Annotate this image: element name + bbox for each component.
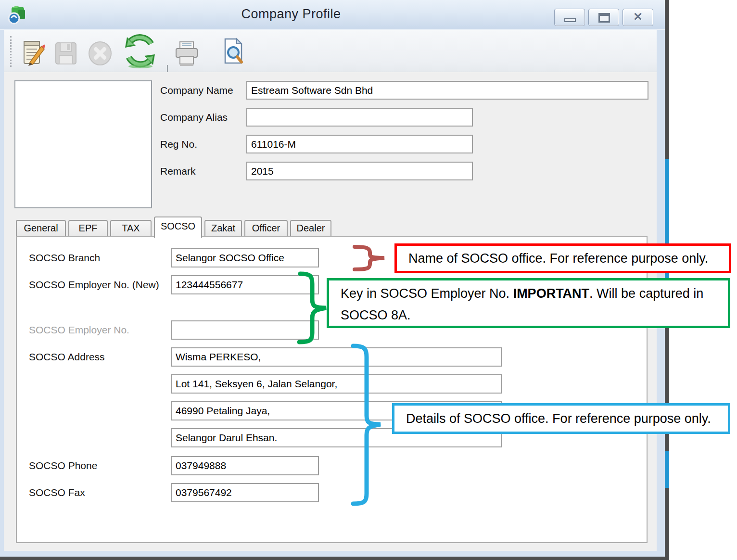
tab-officer[interactable]: Officer [244, 220, 288, 236]
edit-button[interactable] [21, 37, 46, 69]
tab-socso[interactable]: SOCSO [154, 216, 202, 238]
remark-label: Remark [160, 165, 196, 179]
cancel-button[interactable] [88, 38, 113, 70]
annotation-green-box: Key in SOCSO Employer No. IMPORTANT. Wil… [327, 278, 730, 328]
annotation-green-text-bold: IMPORTANT [513, 286, 589, 301]
company-name-label: Company Name [160, 85, 233, 98]
company-alias-field[interactable] [246, 108, 473, 127]
tab-general[interactable]: General [16, 220, 66, 236]
window-border-left [0, 30, 4, 557]
annotation-green-text-before: Key in SOCSO Employer No. [341, 286, 513, 301]
app-icon [7, 4, 28, 25]
cancel-icon [88, 41, 113, 66]
toolbar: ▼ [0, 30, 665, 72]
minimize-button[interactable] [554, 9, 585, 26]
socso-address-label: SOCSO Address [29, 351, 105, 365]
tab-tax[interactable]: TAX [110, 220, 152, 236]
refresh-icon [121, 33, 159, 69]
close-icon: ✕ [623, 10, 653, 24]
title-bar[interactable]: Company Profile ✕ [0, 0, 665, 30]
save-icon [54, 41, 78, 66]
company-alias-label: Company Alias [160, 112, 228, 125]
socso-employer-old-field[interactable] [171, 320, 319, 340]
annotation-blue-box: Details of SOCSO office. For reference p… [392, 403, 730, 434]
socso-fax-field[interactable]: 0379567492 [171, 483, 319, 502]
reg-no-label: Reg No. [160, 139, 197, 152]
socso-phone-field[interactable]: 037949888 [171, 456, 319, 475]
tab-dealer[interactable]: Dealer [290, 220, 331, 236]
maximize-button[interactable] [588, 9, 619, 26]
preview-icon [220, 37, 246, 66]
background-strip [665, 451, 669, 488]
tab-epf[interactable]: EPF [68, 220, 108, 236]
screen-edge-bottom [0, 557, 669, 560]
edit-icon [21, 38, 46, 66]
maximize-icon [598, 13, 610, 23]
socso-branch-field[interactable]: Selangor SOCSO Office [171, 248, 319, 267]
tab-zakat[interactable]: Zakat [204, 220, 242, 236]
company-logo-box[interactable] [14, 80, 152, 208]
remark-field[interactable]: 2015 [246, 162, 473, 180]
reg-no-field[interactable]: 611016-M [246, 135, 473, 153]
socso-address-line1-field[interactable]: Wisma PERKESO, [171, 347, 502, 367]
print-button[interactable] [173, 38, 200, 70]
toolbar-gripper[interactable] [10, 36, 12, 67]
socso-branch-label: SOCSO Branch [29, 252, 100, 266]
socso-phone-label: SOCSO Phone [29, 460, 97, 473]
annotation-blue-text: Details of SOCSO office. For reference p… [406, 411, 711, 426]
socso-fax-label: SOCSO Fax [29, 487, 85, 500]
window-border-bottom [0, 551, 665, 557]
socso-employer-new-field[interactable]: 123444556677 [171, 275, 319, 294]
refresh-button[interactable] [121, 33, 159, 65]
printer-icon [173, 40, 200, 67]
close-button[interactable]: ✕ [623, 9, 653, 26]
save-button[interactable] [54, 38, 78, 70]
minimize-icon [564, 18, 576, 22]
window-title: Company Profile [202, 7, 380, 22]
preview-button[interactable] [220, 36, 246, 68]
socso-employer-new-label: SOCSO Employer No. (New) [29, 279, 159, 293]
annotation-red-text: Name of SOCSO office. For reference purp… [408, 251, 708, 266]
company-name-field[interactable]: Estream Software Sdn Bhd [246, 81, 648, 100]
socso-employer-old-label: SOCSO Employer No. [29, 324, 129, 338]
annotation-red-box: Name of SOCSO office. For reference purp… [394, 243, 731, 273]
socso-address-line2-field[interactable]: Lot 141, Seksyen 6, Jalan Selangor, [171, 374, 502, 394]
screenshot-stage: Company Profile ✕ [0, 0, 737, 560]
